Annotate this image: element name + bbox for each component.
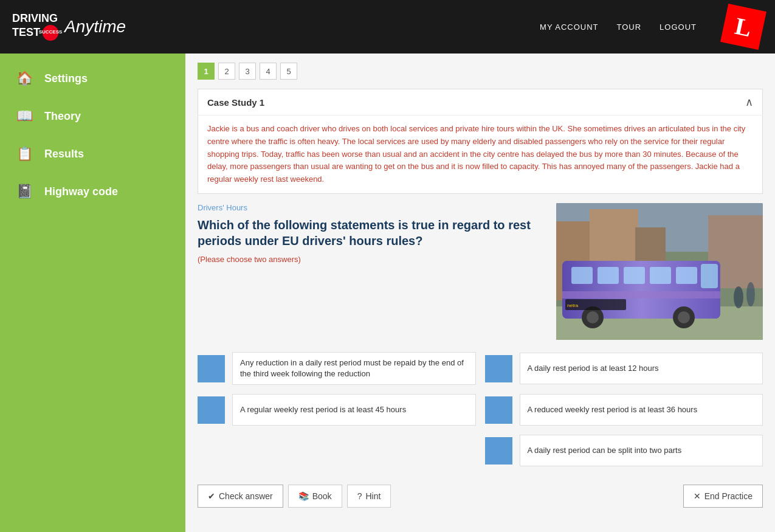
- answer-option-e[interactable]: A daily rest period can be split into tw…: [485, 435, 763, 466]
- answer-checkbox-b[interactable]: [485, 355, 512, 382]
- x-icon: ✕: [694, 491, 701, 501]
- header-nav: MY ACCOUNT TOUR LOGOUT L: [540, 7, 763, 46]
- sidebar-item-theory[interactable]: 📖 Theory: [0, 97, 185, 135]
- case-study-toggle[interactable]: ∧: [745, 95, 753, 109]
- answer-checkbox-e[interactable]: [485, 437, 512, 465]
- svg-rect-13: [676, 267, 697, 284]
- check-answer-label: Check answer: [219, 491, 273, 501]
- sidebar-item-settings[interactable]: 🏠 Settings: [0, 60, 185, 97]
- svg-rect-10: [598, 267, 619, 284]
- case-study-title: Case Study 1: [207, 97, 264, 108]
- logo-anytime: Anytime: [64, 17, 126, 36]
- checkmark-icon: ✔: [208, 491, 215, 501]
- home-icon: 🏠: [15, 71, 33, 86]
- page-tab-5[interactable]: 5: [280, 63, 297, 80]
- question-area: Drivers' Hours Which of the following st…: [198, 203, 763, 340]
- svg-rect-11: [624, 267, 645, 284]
- case-study-box: Case Study 1 ∧ Jackie is a bus and coach…: [198, 89, 763, 194]
- sidebar-item-results[interactable]: 📋 Results: [0, 135, 185, 173]
- answer-text-e: A daily rest period can be split into tw…: [520, 435, 763, 466]
- highway-icon: 📓: [15, 184, 33, 199]
- sidebar-label-settings: Settings: [44, 72, 88, 85]
- answer-checkbox-c[interactable]: [198, 396, 225, 424]
- page-tab-4[interactable]: 4: [260, 63, 277, 80]
- main-content: 1 2 3 4 5 Case Study 1 ∧ Jackie is a bus…: [185, 54, 775, 532]
- answers-grid: Any reduction in a daily rest period mus…: [198, 352, 763, 466]
- answer-option-b[interactable]: A daily rest period is at least 12 hours: [485, 352, 763, 385]
- svg-point-18: [678, 311, 690, 323]
- svg-point-22: [734, 286, 743, 308]
- my-account-link[interactable]: MY ACCOUNT: [540, 22, 598, 32]
- hint-button[interactable]: ? Hint: [347, 485, 391, 508]
- bottom-left-buttons: ✔ Check answer 📚 Book ? Hint: [198, 485, 391, 508]
- end-practice-label: End Practice: [704, 491, 753, 501]
- svg-rect-12: [650, 267, 671, 284]
- tour-link[interactable]: TOUR: [616, 22, 641, 32]
- answer-option-d[interactable]: A reduced weekly rest period is at least…: [485, 394, 763, 426]
- book-icon: 📚: [298, 491, 309, 501]
- question-category: Drivers' Hours: [198, 203, 544, 212]
- svg-point-16: [587, 311, 599, 323]
- success-badge: SUCCESS: [43, 25, 58, 41]
- question-text: Which of the following statements is tru…: [198, 217, 544, 249]
- answer-checkbox-a[interactable]: [198, 355, 225, 382]
- sidebar: 🏠 Settings 📖 Theory 📋 Results 📓 Highway …: [0, 54, 185, 532]
- case-study-body: Jackie is a bus and coach driver who dri…: [198, 116, 762, 193]
- page-tab-2[interactable]: 2: [218, 63, 235, 80]
- page-tabs: 1 2 3 4 5: [198, 63, 763, 80]
- answer-option-c[interactable]: A regular weekly rest period is at least…: [198, 394, 476, 426]
- answer-text-c: A regular weekly rest period is at least…: [232, 394, 476, 426]
- question-instruction: (Please choose two answers): [198, 255, 544, 264]
- svg-rect-9: [571, 267, 593, 284]
- check-answer-button[interactable]: ✔ Check answer: [198, 485, 283, 508]
- answer-option-a[interactable]: Any reduction in a daily rest period mus…: [198, 352, 476, 385]
- hint-label: Hint: [365, 491, 381, 501]
- question-image: netra: [556, 203, 763, 340]
- end-practice-button[interactable]: ✕ End Practice: [683, 485, 763, 508]
- logo-area: DRIVING TEST SUCCESS Anytime: [12, 13, 126, 41]
- svg-text:netra: netra: [567, 303, 579, 308]
- answer-text-b: A daily rest period is at least 12 hours: [520, 353, 763, 384]
- page-tab-1[interactable]: 1: [198, 63, 215, 80]
- header: DRIVING TEST SUCCESS Anytime MY ACCOUNT …: [0, 0, 775, 54]
- book-button[interactable]: 📚 Book: [288, 485, 342, 508]
- hint-icon: ?: [357, 491, 362, 501]
- svg-point-23: [746, 282, 755, 306]
- svg-rect-19: [562, 291, 720, 299]
- results-icon: 📋: [15, 146, 33, 162]
- case-study-header: Case Study 1 ∧: [198, 89, 762, 116]
- page-tab-3[interactable]: 3: [239, 63, 256, 80]
- book-label: Book: [312, 491, 332, 501]
- sidebar-item-highway-code[interactable]: 📓 Highway code: [0, 173, 185, 210]
- answer-checkbox-d[interactable]: [485, 396, 512, 424]
- sidebar-label-theory: Theory: [44, 110, 81, 123]
- sidebar-label-results: Results: [44, 148, 84, 161]
- logout-link[interactable]: LOGOUT: [660, 22, 697, 32]
- bottom-bar: ✔ Check answer 📚 Book ? Hint ✕ End Pract…: [198, 478, 763, 514]
- svg-rect-14: [701, 264, 718, 288]
- main-layout: 🏠 Settings 📖 Theory 📋 Results 📓 Highway …: [0, 54, 775, 532]
- l-plate: L: [720, 4, 766, 50]
- logo-text: DRIVING TEST SUCCESS: [12, 13, 58, 41]
- answer-text-a: Any reduction in a daily rest period mus…: [232, 352, 476, 385]
- answer-text-d: A reduced weekly rest period is at least…: [520, 394, 763, 426]
- book-icon: 📖: [15, 108, 33, 124]
- l-plate-letter: L: [732, 11, 754, 43]
- question-content: Drivers' Hours Which of the following st…: [198, 203, 544, 340]
- sidebar-label-highway-code: Highway code: [44, 185, 118, 198]
